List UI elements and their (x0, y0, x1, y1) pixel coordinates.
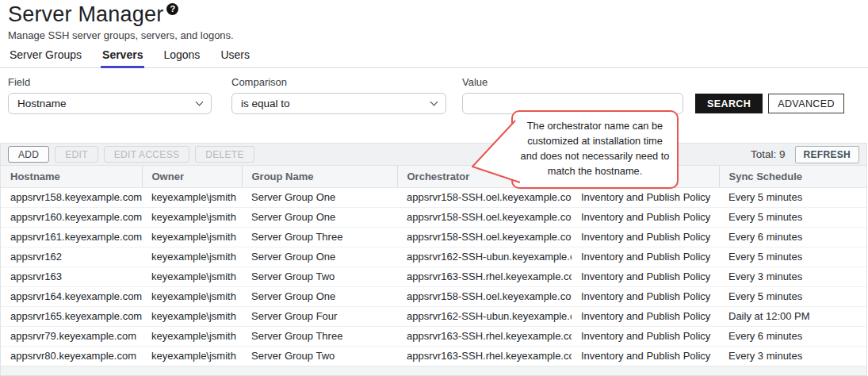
servers-table: HostnameOwnerGroup NameOrchestratorSync … (1, 166, 866, 366)
table-cell: keyexample\jsmith (142, 207, 242, 227)
table-cell: Every 3 minutes (719, 346, 866, 366)
table-cell: appsrvr161.keyexample.com (1, 227, 142, 247)
value-label: Value (462, 76, 683, 88)
edit-button[interactable]: EDIT (55, 146, 98, 163)
table-cell: appsrvr164.keyexample.com (1, 286, 142, 306)
comparison-label: Comparison (231, 76, 446, 88)
table-cell: keyexample\jsmith (142, 326, 242, 346)
field-label: Field (8, 76, 212, 88)
table-cell: Daily at 12:00 PM (719, 306, 866, 326)
table-cell: keyexample\jsmith (142, 187, 242, 207)
table-cell: Inventory and Publish Policy (572, 207, 719, 227)
grid-toolbar: ADD EDIT EDIT ACCESS DELETE Total: 9 REF… (1, 144, 866, 166)
comparison-select[interactable]: is equal to (231, 93, 446, 114)
field-select[interactable]: Hostname (8, 93, 212, 114)
table-cell: appsrvr162-SSH-ubun.keyexample.com (397, 247, 572, 267)
table-cell: Every 3 minutes (719, 267, 866, 286)
column-header[interactable]: Sync Schedule (719, 166, 866, 187)
edit-access-button[interactable]: EDIT ACCESS (104, 146, 189, 163)
table-cell: appsrvr158-SSH.oel.keyexample.com (397, 227, 572, 247)
table-row[interactable]: appsrvr158.keyexample.comkeyexample\jsmi… (1, 187, 866, 207)
table-cell: appsrvr163-SSH.rhel.keyexample.com (397, 326, 572, 346)
table-row[interactable]: appsrvr163keyexample\jsmithServer Group … (1, 267, 866, 286)
table-row[interactable]: appsrvr161.keyexample.comkeyexample\jsmi… (1, 227, 866, 247)
table-cell: Server Group One (242, 247, 397, 267)
table-cell: Every 5 minutes (719, 247, 866, 267)
grid-footer (1, 366, 866, 375)
table-row[interactable]: appsrvr162keyexample\jsmithServer Group … (1, 247, 866, 267)
table-cell: appsrvr158-SSH.oel.keyexample.com (397, 286, 572, 306)
search-button[interactable]: SEARCH (695, 94, 763, 113)
table-row[interactable]: appsrvr164.keyexample.comkeyexample\jsmi… (1, 286, 866, 306)
table-cell: appsrvr162-SSH-ubun.keyexample.com (397, 306, 572, 326)
table-row[interactable]: appsrvr160.keyexample.comkeyexample\jsmi… (1, 207, 866, 227)
total-label: Total: (751, 148, 776, 160)
table-cell: appsrvr79.keyexample.com (1, 326, 142, 346)
table-cell: keyexample\jsmith (142, 286, 242, 306)
tab-bar: Server Groups Servers Logons Users (0, 46, 868, 68)
tab-server-groups[interactable]: Server Groups (8, 46, 83, 68)
table-cell: keyexample\jsmith (142, 267, 242, 286)
table-cell: appsrvr165.keyexample.com (1, 306, 142, 326)
table-cell: appsrvr158-SSH.oel.keyexample.com (397, 187, 572, 207)
table-cell: appsrvr163-SSH.rhel.keyexample.com (397, 267, 572, 286)
search-form: Field Hostname Comparison is equal to Va… (8, 76, 860, 114)
table-cell: appsrvr163-SSH.rhel.keyexample.com (397, 346, 572, 366)
table-cell: keyexample\jsmith (142, 247, 242, 267)
table-cell: keyexample\jsmith (142, 227, 242, 247)
tab-users[interactable]: Users (219, 46, 251, 68)
table-cell: Inventory and Publish Policy (572, 306, 719, 326)
table-cell: appsrvr158.keyexample.com (1, 187, 142, 207)
refresh-button[interactable]: REFRESH (795, 146, 859, 163)
total-count: Total: 9 (751, 148, 786, 160)
orchestrator-callout: The orchestrator name can be customized … (511, 110, 679, 189)
table-row[interactable]: appsrvr165.keyexample.comkeyexample\jsmi… (1, 306, 866, 326)
server-manager-page: Server Manager ? Manage SSH server group… (0, 0, 868, 376)
table-cell: Server Group Three (242, 227, 397, 247)
table-cell: Server Group One (242, 207, 397, 227)
page-subtitle: Manage SSH server groups, servers, and l… (8, 29, 234, 41)
table-header-row: HostnameOwnerGroup NameOrchestratorSync … (1, 166, 866, 187)
delete-button[interactable]: DELETE (195, 146, 254, 163)
column-header[interactable]: Hostname (1, 166, 142, 187)
table-cell: Inventory and Publish Policy (572, 187, 719, 207)
table-cell: keyexample\jsmith (142, 306, 242, 326)
table-cell: Inventory and Publish Policy (572, 286, 719, 306)
table-cell: Server Group One (242, 187, 397, 207)
callout-line: The orchestrator name can be (518, 119, 672, 134)
field-select-value: Hostname (17, 98, 67, 109)
column-header[interactable]: Owner (142, 166, 242, 187)
table-cell: Inventory and Publish Policy (572, 346, 719, 366)
table-cell: Every 5 minutes (719, 286, 866, 306)
table-cell: Every 6 minutes (719, 326, 866, 346)
table-cell: Server Group One (242, 286, 397, 306)
add-button[interactable]: ADD (8, 146, 49, 163)
table-cell: Every 5 minutes (719, 207, 866, 227)
total-value: 9 (779, 148, 786, 160)
callout-pointer (466, 113, 525, 189)
tab-logons[interactable]: Logons (162, 46, 201, 68)
table-cell: Inventory and Publish Policy (572, 247, 719, 267)
table-cell: Server Group Two (242, 267, 397, 286)
table-cell: appsrvr80.keyexample.com (1, 346, 142, 366)
table-cell: appsrvr158-SSH.oel.keyexample.com (397, 207, 572, 227)
table-row[interactable]: appsrvr79.keyexample.comkeyexample\jsmit… (1, 326, 866, 346)
table-cell: Every 6 minutes (719, 227, 866, 247)
table-cell: appsrvr160.keyexample.com (1, 207, 142, 227)
page-header: Server Manager ? Manage SSH server group… (8, 2, 234, 41)
comparison-select-value: is equal to (241, 98, 290, 109)
table-cell: Server Group Two (242, 346, 397, 366)
column-header[interactable]: Group Name (242, 166, 397, 187)
table-row[interactable]: appsrvr80.keyexample.comkeyexample\jsmit… (1, 346, 866, 366)
table-cell: appsrvr162 (1, 247, 142, 267)
table-cell: appsrvr163 (1, 267, 142, 286)
chevron-down-icon (196, 98, 204, 106)
help-icon[interactable]: ? (166, 3, 178, 15)
tab-servers[interactable]: Servers (101, 46, 144, 68)
table-cell: Inventory and Publish Policy (572, 326, 719, 346)
servers-grid: ADD EDIT EDIT ACCESS DELETE Total: 9 REF… (0, 143, 867, 376)
advanced-button[interactable]: ADVANCED (768, 94, 844, 113)
table-cell: Server Group Four (242, 306, 397, 326)
callout-line: match the hostname. (518, 164, 672, 179)
table-cell: Inventory and Publish Policy (572, 227, 719, 247)
